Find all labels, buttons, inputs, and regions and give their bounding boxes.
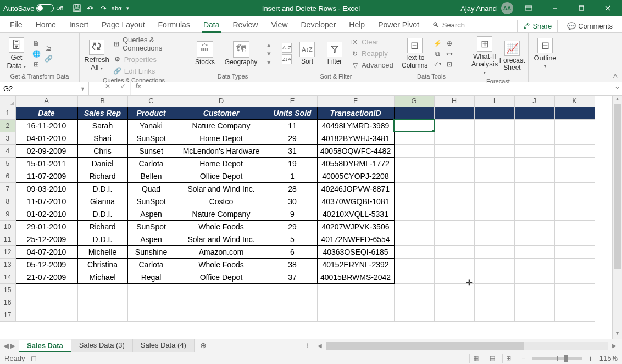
cell-F3[interactable]: 40182BYWHJ-3481 — [317, 132, 394, 144]
cell-B3[interactable]: Shari — [77, 132, 127, 144]
cell-E14[interactable]: 37 — [268, 271, 317, 283]
cell-K14[interactable] — [554, 271, 595, 283]
cell-A1[interactable]: Date — [15, 107, 77, 119]
cell-E1[interactable]: Units Sold — [268, 107, 317, 119]
cell-B11[interactable]: D.D.I. — [77, 233, 127, 245]
column-header-G[interactable]: G — [394, 96, 434, 107]
tell-me-search[interactable]: 🔍︎ Search — [426, 18, 471, 32]
cell-I6[interactable] — [474, 170, 514, 182]
page-break-view-button[interactable]: ⊞ — [502, 354, 514, 363]
sheet-tab-1[interactable]: Sales Data (3) — [71, 339, 133, 352]
cell-G2[interactable] — [394, 119, 434, 132]
tab-view[interactable]: View — [264, 17, 294, 32]
cell-A6[interactable]: 11-07-2009 — [15, 170, 77, 182]
cell-D15[interactable] — [175, 283, 268, 296]
cell-E16[interactable] — [268, 296, 317, 309]
sort-button[interactable]: A↕Z Sort — [295, 41, 319, 66]
name-box[interactable]: G2 ▼ — [0, 82, 89, 95]
cell-F15[interactable] — [317, 283, 394, 296]
cell-C16[interactable] — [127, 296, 175, 309]
cell-B6[interactable]: Richard — [77, 170, 127, 182]
qat-customize-icon[interactable]: ▾ — [123, 4, 132, 13]
tab-home[interactable]: Home — [29, 17, 63, 32]
row-header-11[interactable]: 11 — [0, 233, 15, 245]
cell-C2[interactable]: Yanaki — [127, 119, 175, 132]
column-header-J[interactable]: J — [514, 96, 554, 107]
cell-I5[interactable] — [474, 157, 514, 170]
cell-H13[interactable] — [434, 258, 474, 271]
data-validation-icon[interactable]: ✓▾ — [433, 60, 442, 69]
cell-F11[interactable]: 40172NWFFD-6554 — [317, 233, 394, 245]
add-sheet-button[interactable]: ⊕ — [195, 339, 212, 352]
cell-H8[interactable] — [434, 195, 474, 208]
cell-K4[interactable] — [554, 144, 595, 157]
share-button[interactable]: 🖉 Share — [517, 20, 558, 32]
data-model-icon[interactable]: ⊡ — [445, 60, 454, 69]
cell-K8[interactable] — [554, 195, 595, 208]
column-header-H[interactable]: H — [434, 96, 474, 107]
cell-C1[interactable]: Product — [127, 107, 175, 119]
cell-D11[interactable]: Solar and Wind Inc. — [175, 233, 268, 245]
cell-I4[interactable] — [474, 144, 514, 157]
cell-C7[interactable]: Quad — [127, 182, 175, 195]
tab-insert[interactable]: Insert — [63, 17, 95, 32]
row-header-2[interactable]: 2 — [0, 119, 15, 132]
cell-D14[interactable]: Office Depot — [175, 271, 268, 283]
cell-F14[interactable]: 40015BRWMS-2042 — [317, 271, 394, 283]
cell-I12[interactable] — [474, 245, 514, 258]
cell-A9[interactable]: 01-02-2010 — [15, 208, 77, 220]
cell-D13[interactable]: Whole Foods — [175, 258, 268, 271]
what-if-analysis-button[interactable]: ⊞ What-If Analysis ▾ — [473, 35, 497, 77]
from-table-icon[interactable]: ⊞ — [32, 60, 41, 69]
cell-H4[interactable] — [434, 144, 474, 157]
cell-K12[interactable] — [554, 245, 595, 258]
cell-F13[interactable]: 40152ERYNL-2392 — [317, 258, 394, 271]
zoom-out-button[interactable]: − — [519, 354, 527, 363]
tab-help[interactable]: Help — [342, 17, 371, 32]
cell-B4[interactable]: Chris — [77, 144, 127, 157]
cell-J4[interactable] — [514, 144, 554, 157]
cell-H17[interactable] — [434, 309, 474, 321]
comments-button[interactable]: 💬 Comments — [561, 20, 619, 32]
cell-E3[interactable]: 29 — [268, 132, 317, 144]
cell-H16[interactable] — [434, 296, 474, 309]
cell-D12[interactable]: Amazon.com — [175, 245, 268, 258]
cell-A16[interactable] — [15, 296, 77, 309]
cell-I10[interactable] — [474, 220, 514, 233]
cell-F5[interactable]: 40558DYRML-1772 — [317, 157, 394, 170]
cell-B13[interactable]: Christina — [77, 258, 127, 271]
cell-H5[interactable] — [434, 157, 474, 170]
cell-F9[interactable]: 40210XVQLL-5331 — [317, 208, 394, 220]
cell-J7[interactable] — [514, 182, 554, 195]
cell-J8[interactable] — [514, 195, 554, 208]
cell-I11[interactable] — [474, 233, 514, 245]
sort-ascending-button[interactable]: A↓Z — [282, 43, 292, 53]
cell-C6[interactable]: Bellen — [127, 170, 175, 182]
cell-I1[interactable] — [474, 107, 514, 119]
advanced-filter-button[interactable]: ▽Advanced — [350, 60, 394, 70]
cell-K3[interactable] — [554, 132, 595, 144]
column-header-I[interactable]: I — [474, 96, 514, 107]
cell-H9[interactable] — [434, 208, 474, 220]
cell-D16[interactable] — [175, 296, 268, 309]
cell-C8[interactable]: SunSpot — [127, 195, 175, 208]
cell-G1[interactable] — [394, 107, 434, 119]
cell-G8[interactable] — [394, 195, 434, 208]
cell-I9[interactable] — [474, 208, 514, 220]
cell-F8[interactable]: 40370WGQBI-1081 — [317, 195, 394, 208]
from-text-icon[interactable]: 🗎 — [32, 39, 41, 48]
cell-B7[interactable]: D.D.I. — [77, 182, 127, 195]
cell-I13[interactable] — [474, 258, 514, 271]
horizontal-scrollbar[interactable]: ◀ ▶ — [312, 339, 622, 352]
cell-G3[interactable] — [394, 132, 434, 144]
cell-A8[interactable]: 11-07-2010 — [15, 195, 77, 208]
cell-J17[interactable] — [514, 309, 554, 321]
tab-page-layout[interactable]: Page Layout — [95, 17, 152, 32]
cell-G15[interactable] — [394, 283, 434, 296]
cell-G11[interactable] — [394, 233, 434, 245]
cell-J6[interactable] — [514, 170, 554, 182]
cell-F7[interactable]: 40246JOPVW-8871 — [317, 182, 394, 195]
cell-C14[interactable]: Regal — [127, 271, 175, 283]
select-all-corner[interactable] — [0, 96, 15, 107]
cell-C11[interactable]: Aspen — [127, 233, 175, 245]
